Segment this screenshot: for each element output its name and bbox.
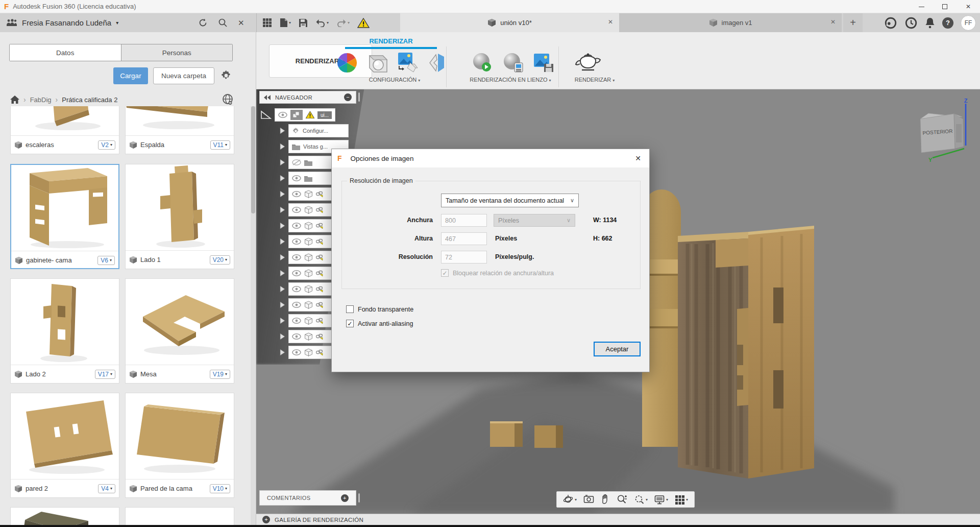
new-tab-button[interactable]: +	[843, 13, 863, 32]
breadcrumb-project[interactable]: FabDig	[30, 96, 52, 104]
ribbon-tab-renderizar[interactable]: RENDERIZAR	[345, 37, 437, 45]
notifications-bell-icon[interactable]	[925, 17, 935, 29]
gear-icon[interactable]	[220, 69, 232, 82]
new-folder-button[interactable]: Nueva carpeta	[153, 67, 214, 84]
dialog-close-button[interactable]: ✕	[627, 149, 649, 167]
view-cube[interactable]: POSTERIOR Z Y	[915, 99, 972, 159]
capture-image-icon[interactable]	[532, 52, 555, 74]
in-canvas-render-icon[interactable]	[471, 52, 494, 74]
expand-arrow-icon[interactable]	[280, 175, 285, 182]
expand-arrow-icon[interactable]	[280, 206, 285, 213]
visibility-eye-icon[interactable]	[292, 238, 301, 245]
comments-panel[interactable]: COMENTARIOS +	[259, 490, 356, 506]
version-badge[interactable]: V4▾	[98, 484, 115, 493]
file-card-pared2[interactable]: pared 2 V4▾	[10, 393, 119, 498]
in-canvas-render-settings-icon[interactable]	[501, 52, 525, 74]
expand-arrow-icon[interactable]	[280, 333, 285, 340]
expand-arrow-icon[interactable]	[280, 143, 285, 150]
undo-menu[interactable]: ▾	[315, 19, 329, 27]
help-icon[interactable]: ?	[942, 17, 953, 29]
visibility-eye-icon[interactable]	[292, 302, 301, 308]
file-card-gabinete-cama[interactable]: gabinete- cama V6▾	[10, 164, 119, 269]
visibility-eye-icon[interactable]	[292, 333, 301, 340]
document-tab-imagen[interactable]: imagen v1 ✕	[619, 13, 842, 32]
appearance-icon[interactable]	[336, 52, 358, 74]
navigator-header[interactable]: NAVEGADOR −	[259, 91, 356, 104]
panel-drag-handle[interactable]	[358, 493, 360, 502]
refresh-icon[interactable]	[198, 18, 208, 28]
version-badge[interactable]: V19▾	[210, 370, 230, 379]
texture-map-icon[interactable]	[396, 52, 420, 74]
look-at-icon[interactable]	[583, 495, 594, 504]
close-window-button[interactable]: ✕	[957, 0, 980, 13]
home-icon[interactable]	[10, 95, 19, 104]
search-icon[interactable]	[218, 18, 228, 28]
file-card-lado2[interactable]: Lado 2 V17▾	[10, 278, 119, 384]
account-avatar[interactable]: FF	[961, 15, 976, 31]
expand-arrow-icon[interactable]	[280, 222, 285, 229]
show-data-panel-icon[interactable]	[262, 18, 272, 28]
decal-icon[interactable]	[427, 52, 447, 74]
ribbon-group-label[interactable]: CONFIGURACIÓN ▾	[346, 77, 443, 83]
pan-icon[interactable]	[601, 494, 610, 505]
expand-gallery-icon[interactable]: +	[262, 516, 270, 523]
grid-layout-icon[interactable]: ▾	[675, 495, 688, 505]
antialiasing-checkbox-row[interactable]: ✓ Activar anti-aliasing	[346, 320, 413, 327]
file-menu[interactable]: ▾	[280, 18, 291, 28]
collapse-panel-icon[interactable]	[264, 95, 271, 100]
expand-arrow-icon[interactable]	[280, 127, 285, 134]
breadcrumb-folder[interactable]: Prática calificada 2	[62, 96, 117, 104]
visibility-eye-icon[interactable]	[292, 318, 301, 324]
redo-menu[interactable]: ▾	[336, 19, 350, 27]
dialog-titlebar[interactable]: F Opciones de imagen	[332, 149, 649, 167]
render-teapot-icon[interactable]	[574, 52, 602, 74]
expand-arrow-icon[interactable]	[280, 349, 285, 356]
user-menu[interactable]: Fresia Fasanando Ludeña ▾	[6, 13, 118, 32]
tab-datos[interactable]: Datos	[10, 44, 121, 61]
zoom-icon[interactable]	[617, 494, 627, 505]
navigator-row-configuracion[interactable]: Configur...	[280, 124, 349, 137]
scene-settings-icon[interactable]	[365, 52, 389, 74]
expand-arrow-icon[interactable]	[280, 317, 285, 324]
visibility-eye-icon[interactable]	[292, 349, 301, 355]
file-card-escaleras[interactable]: escaleras V2▾	[10, 106, 119, 154]
file-card-espalda[interactable]: Espalda V11▾	[125, 106, 234, 154]
collapse-tree-icon[interactable]: −	[344, 93, 352, 101]
save-icon[interactable]	[299, 18, 308, 28]
globe-icon[interactable]	[222, 93, 234, 106]
data-panel-scrollbar[interactable]	[251, 106, 256, 527]
upload-button[interactable]: Cargar	[113, 67, 148, 84]
maximize-button[interactable]	[933, 0, 957, 13]
visibility-eye-icon[interactable]	[292, 254, 301, 260]
navigator-root-row[interactable]: ui...	[260, 108, 335, 122]
visibility-eye-off-icon[interactable]	[292, 159, 301, 165]
file-card-partial[interactable]	[125, 507, 234, 527]
expand-arrow-icon[interactable]	[280, 190, 285, 198]
file-card-partial[interactable]	[10, 507, 119, 527]
version-badge[interactable]: V2▾	[98, 140, 115, 150]
expand-arrow-icon[interactable]	[280, 238, 285, 245]
render-gallery-bar[interactable]: + GALERÍA DE RENDERIZACIÓN	[256, 514, 980, 525]
transparent-bg-checkbox[interactable]: ✓	[346, 305, 354, 313]
job-status-icon[interactable]	[904, 16, 918, 30]
tab-personas[interactable]: Personas	[121, 44, 233, 61]
expand-arrow-icon[interactable]	[280, 270, 285, 277]
display-settings-icon[interactable]: ▾	[654, 495, 668, 505]
close-tab-icon[interactable]: ✕	[830, 18, 836, 26]
expand-arrow-icon[interactable]	[280, 301, 285, 308]
antialiasing-checkbox[interactable]: ✓	[346, 320, 354, 327]
file-card-lado1[interactable]: Lado 1 V20▾	[125, 164, 234, 269]
ribbon-group-label[interactable]: RENDERIZACIÓN EN LIENZO ▾	[459, 77, 561, 83]
size-preset-select[interactable]: Tamaño de ventana del documento actual ∨	[441, 194, 579, 207]
visibility-eye-icon[interactable]	[292, 175, 301, 181]
orbit-icon[interactable]: ▾	[563, 494, 577, 505]
visibility-eye-icon[interactable]	[292, 223, 301, 229]
close-panel-icon[interactable]: ✕	[238, 18, 244, 28]
add-comment-icon[interactable]: +	[341, 494, 349, 502]
warning-icon[interactable]	[357, 18, 370, 28]
visibility-eye-icon[interactable]	[292, 270, 301, 276]
fit-view-icon[interactable]: ▾	[634, 494, 648, 505]
panel-drag-handle[interactable]	[358, 92, 360, 102]
file-card-mesa[interactable]: Mesa V19▾	[125, 278, 234, 384]
visibility-eye-icon[interactable]	[292, 191, 301, 197]
